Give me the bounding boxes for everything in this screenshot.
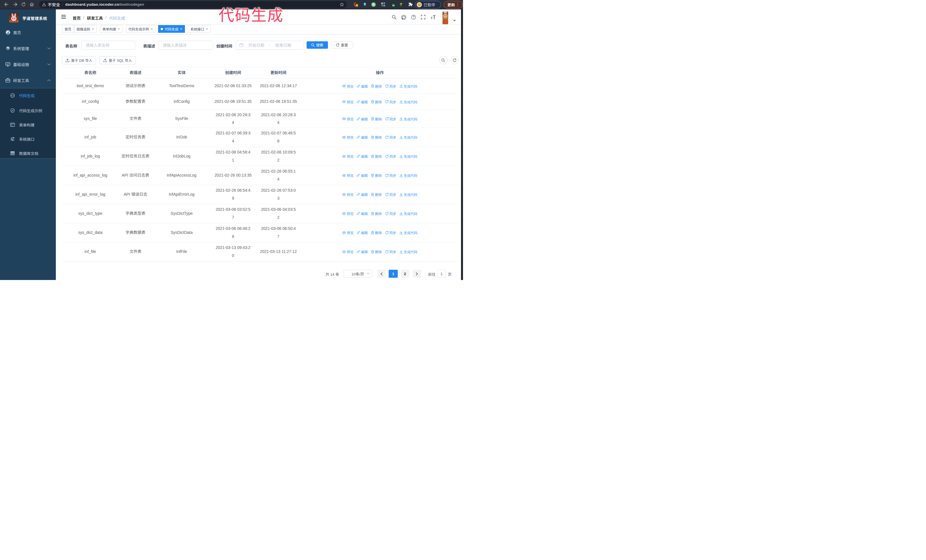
svg-text:on: on [392, 5, 394, 6]
